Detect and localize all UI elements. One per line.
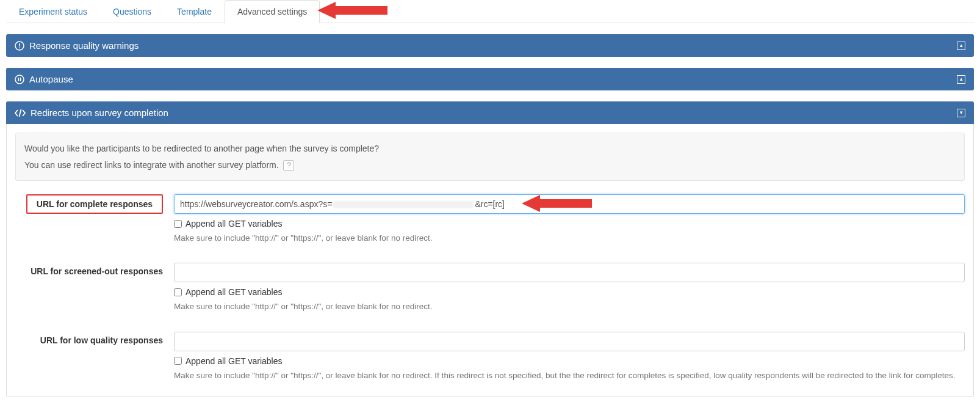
svg-rect-3 [19,47,20,48]
panel-title: Autopause [29,74,952,84]
panel-response-quality: Response quality warnings ▴ [6,34,974,57]
hint-text: Make sure to include "http://" or "https… [174,370,965,382]
tab-template[interactable]: Template [164,0,225,23]
tabs-bar: Experiment status Questions Template Adv… [6,0,974,23]
panel-header-autopause[interactable]: Autopause ▴ [6,68,974,90]
form-row-lowquality: URL for low quality responses Append all… [15,332,965,382]
checkbox-label: Append all GET variables [186,287,283,297]
panel-header-response-quality[interactable]: Response quality warnings ▴ [6,34,974,57]
collapse-icon: ▴ [957,75,965,84]
label-lowquality-url: URL for low quality responses [15,332,174,345]
info-line: You can use redirect links to integrate … [24,157,956,174]
label-screened-url: URL for screened-out responses [15,263,174,276]
append-get-checkbox[interactable] [174,357,182,365]
checkbox-label: Append all GET variables [186,219,283,228]
append-get-checkbox-row[interactable]: Append all GET variables [174,287,965,297]
form-row-complete: URL for complete responses https://websu… [15,194,965,244]
append-get-checkbox[interactable] [174,288,182,296]
screened-url-input[interactable] [174,263,965,282]
panel-title: Response quality warnings [29,40,952,51]
panel-autopause: Autopause ▴ [6,68,974,90]
code-icon [15,108,26,118]
panel-redirects: Redirects upon survey completion ▾ Would… [6,101,974,397]
panel-body-redirects: Would you like the participants to be re… [6,124,974,397]
svg-rect-2 [19,43,20,46]
append-get-checkbox-row[interactable]: Append all GET variables [174,219,965,228]
tab-experiment-status[interactable]: Experiment status [6,0,100,23]
tab-advanced-settings[interactable]: Advanced settings [225,0,320,23]
collapse-icon: ▴ [957,42,965,50]
form-row-screened: URL for screened-out responses Append al… [15,263,965,313]
append-get-checkbox-row[interactable]: Append all GET variables [174,356,965,366]
hint-text: Make sure to include "http://" or "https… [174,301,965,313]
pause-icon [15,75,24,84]
panel-title: Redirects upon survey completion [31,108,952,118]
tab-questions[interactable]: Questions [100,0,164,23]
append-get-checkbox[interactable] [174,220,182,228]
expand-icon: ▾ [957,109,965,117]
complete-url-input[interactable] [174,194,965,214]
help-icon[interactable]: ? [283,160,294,171]
checkbox-label: Append all GET variables [186,356,283,366]
info-box: Would you like the participants to be re… [15,133,965,181]
info-line: Would you like the participants to be re… [24,141,956,157]
svg-rect-5 [18,78,20,81]
panel-header-redirects[interactable]: Redirects upon survey completion ▾ [6,101,974,124]
lowquality-url-input[interactable] [174,332,965,351]
warning-icon [15,41,24,51]
hint-text: Make sure to include "http://" or "https… [174,232,965,244]
svg-rect-6 [20,78,21,81]
label-complete-url: URL for complete responses [26,194,163,214]
svg-point-4 [15,75,24,84]
